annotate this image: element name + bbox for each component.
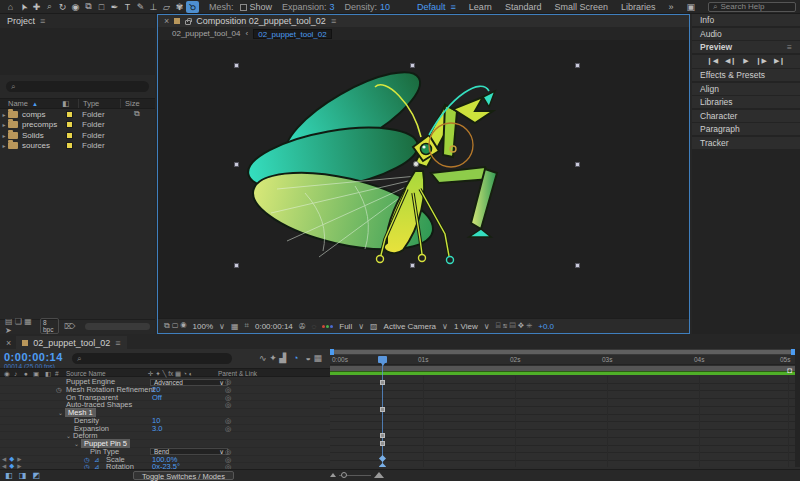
roto-brush-tool-icon[interactable]: ✾: [173, 1, 186, 13]
breadcrumb-parent[interactable]: 02_puppet_tool_04: [172, 29, 241, 38]
panel-menu-icon[interactable]: ≡: [115, 338, 120, 348]
keyframe-marker[interactable]: [380, 433, 385, 438]
timeline-zoom-slider[interactable]: [330, 472, 384, 478]
close-icon[interactable]: ×: [164, 16, 169, 26]
stopwatch-icon[interactable]: ◷: [84, 456, 90, 464]
source-name-column[interactable]: Source Name: [66, 370, 106, 377]
exposure-value[interactable]: +0.0: [538, 322, 554, 331]
stopwatch-icon[interactable]: ◷: [56, 386, 62, 394]
zoom-tool-icon[interactable]: ⌕: [43, 1, 56, 13]
panel-menu-icon[interactable]: ≡: [331, 16, 336, 26]
project-tab[interactable]: Project: [7, 16, 35, 26]
view-layout-popup[interactable]: 1 View: [454, 322, 478, 331]
column-name[interactable]: Name: [8, 99, 28, 108]
composition-tab-title[interactable]: Composition 02_puppet_tool_02: [196, 16, 326, 26]
column-type[interactable]: Type: [78, 99, 120, 108]
camera-popup[interactable]: Active Camera: [384, 322, 436, 331]
twirl-icon[interactable]: ▸: [0, 142, 8, 149]
panel-info[interactable]: Info: [692, 14, 800, 26]
zoom-out-icon[interactable]: [330, 473, 336, 477]
parent-link-column[interactable]: Parent & Link: [218, 370, 257, 377]
motion-blur-icon[interactable]: ◔: [293, 353, 298, 363]
pane-toggle-icons[interactable]: ◧ ◨ ◩: [5, 471, 42, 480]
property-row-auto-traced-shapes[interactable]: Auto-traced Shapes ◎: [0, 401, 330, 409]
density-value[interactable]: 10: [380, 2, 390, 12]
vertical-scrollbar[interactable]: [795, 349, 800, 467]
panel-preview[interactable]: Preview ≡: [692, 41, 800, 53]
timeline-search-input[interactable]: ⌕: [72, 353, 232, 364]
label-color-swatch[interactable]: [66, 132, 73, 139]
property-row-on-transparent[interactable]: On Transparent Off ◎: [0, 394, 330, 402]
close-icon[interactable]: ×: [6, 338, 11, 348]
pen-tool-icon[interactable]: ✒: [108, 1, 121, 13]
timeline-tab[interactable]: 02_puppet_tool_02 ≡: [16, 336, 126, 349]
panel-libraries[interactable]: Libraries: [692, 96, 800, 108]
column-size[interactable]: Size: [120, 99, 155, 108]
panel-tracker[interactable]: Tracker: [692, 137, 800, 149]
project-search-input[interactable]: ⌕: [6, 81, 149, 92]
keyframe-marker[interactable]: [380, 407, 385, 412]
label-color-swatch[interactable]: [66, 142, 73, 149]
table-row-comps[interactable]: ▸ comps Folder ⧉: [0, 109, 155, 120]
selection-handle[interactable]: [575, 162, 580, 167]
first-frame-button[interactable]: ❙◀: [707, 57, 718, 65]
snapshot-icon[interactable]: ✇: [299, 322, 306, 331]
current-time-display[interactable]: 0:00:00:14: [4, 351, 63, 363]
twirl-icon[interactable]: ▸: [0, 121, 8, 128]
pickwhip-icon[interactable]: ◎: [225, 425, 231, 433]
home-icon[interactable]: ⌂: [4, 1, 17, 13]
label-color-swatch[interactable]: [66, 121, 73, 128]
selection-handle[interactable]: [234, 162, 239, 167]
breadcrumb-current[interactable]: 02_puppet_tool_02: [253, 29, 332, 39]
trash-icon[interactable]: ⌦: [64, 322, 75, 331]
layer-switches-icons[interactable]: ✛ ✦ ╲ fx ▦ ◔ ◐: [148, 370, 193, 378]
table-row-precomps[interactable]: ▸ precomps Folder: [0, 120, 155, 131]
selection-tool-icon[interactable]: ➤: [17, 1, 30, 13]
selection-handle[interactable]: [410, 263, 415, 268]
label-column-icon[interactable]: ◧: [45, 370, 51, 378]
timeline-graph-area[interactable]: 0:00s 01s 02s 03s 04s 05s ◘: [330, 349, 795, 467]
comp-marker-bin-icon[interactable]: ◘: [787, 366, 792, 375]
workspace-standard[interactable]: Standard: [505, 2, 542, 12]
panel-character[interactable]: Character: [692, 110, 800, 122]
magnification-popup[interactable]: 100%: [193, 322, 213, 331]
workspace-libraries[interactable]: Libraries: [621, 2, 656, 12]
label-column-icon[interactable]: ◧: [62, 99, 78, 108]
workspace-overflow-icon[interactable]: »: [668, 2, 673, 12]
show-snapshot-icon[interactable]: ◌: [312, 322, 317, 331]
workspace-toggle-icon[interactable]: ▣: [686, 2, 695, 12]
pickwhip-icon[interactable]: ◎: [225, 401, 231, 409]
chevron-open-icon[interactable]: ⌄: [58, 410, 63, 416]
property-row-expansion[interactable]: Expansion 3.0 ◎: [0, 425, 330, 433]
audio-icon[interactable]: ♪: [14, 370, 17, 377]
lock-icon[interactable]: [185, 20, 191, 25]
camera-tool-icon[interactable]: ◉: [69, 1, 82, 13]
mesh-show-checkbox[interactable]: [240, 4, 247, 11]
zoom-in-icon[interactable]: [374, 472, 384, 478]
puppet-engine-dropdown[interactable]: Advanced∨: [150, 379, 228, 386]
selection-handle[interactable]: [575, 263, 580, 268]
group-row-mesh-1[interactable]: ⌄Mesh 1: [0, 409, 330, 417]
table-row-sources[interactable]: ▸ sources Folder: [0, 141, 155, 152]
transparency-grid-icon[interactable]: ▨: [370, 322, 378, 331]
panel-effects-presets[interactable]: Effects & Presets: [692, 69, 800, 81]
composition-mini-flowchart-icon[interactable]: ∿ ✦ ▟: [259, 353, 286, 363]
brush-tool-icon[interactable]: ✎: [134, 1, 147, 13]
workspace-learn[interactable]: Learn: [469, 2, 492, 12]
group-row-deform[interactable]: ⌄Deform: [0, 432, 330, 440]
workspace-small-screen[interactable]: Small Screen: [554, 2, 608, 12]
pickwhip-icon[interactable]: ◎: [225, 394, 231, 402]
panel-paragraph[interactable]: Paragraph: [692, 123, 800, 135]
rotation-tool-icon[interactable]: ↻: [56, 1, 69, 13]
type-tool-icon[interactable]: T: [121, 1, 134, 13]
pickwhip-icon[interactable]: ◎: [225, 386, 231, 394]
eraser-tool-icon[interactable]: ▱: [160, 1, 173, 13]
property-row-puppet-engine[interactable]: Puppet Engine Advanced∨ ◎: [0, 378, 330, 386]
composition-viewer[interactable]: [158, 40, 689, 318]
clone-stamp-tool-icon[interactable]: ⊥: [147, 1, 160, 13]
twirl-icon[interactable]: ▸: [0, 111, 8, 118]
pickwhip-icon[interactable]: ◎: [225, 448, 231, 456]
resolution-popup[interactable]: Full: [339, 322, 352, 331]
show-channel-icon[interactable]: [322, 325, 333, 328]
next-frame-button[interactable]: ❙▶: [756, 57, 767, 65]
